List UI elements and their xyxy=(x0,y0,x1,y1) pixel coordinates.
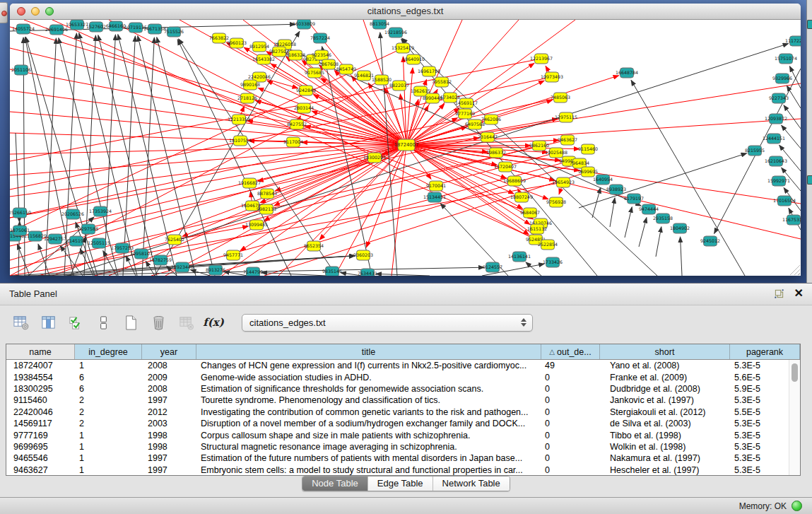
close-window-button[interactable] xyxy=(17,7,25,16)
network-node[interactable]: 2522854 xyxy=(538,240,558,250)
network-node[interactable]: 9124557 xyxy=(483,262,502,272)
network-node[interactable]: 2935158 xyxy=(653,214,673,223)
network-node[interactable]: 15992971 xyxy=(767,176,790,186)
network-node[interactable]: 7515526 xyxy=(164,27,184,37)
table-row[interactable]: 911546021997Tourette syndrome. Phenomeno… xyxy=(6,395,800,406)
table-row[interactable]: 969969511998Structural magnetic resonanc… xyxy=(6,441,800,452)
table-row[interactable]: 2242004622012Investigating the contribut… xyxy=(6,407,800,418)
table-row[interactable]: 1830029562008Estimation of significance … xyxy=(6,383,800,395)
network-node[interactable]: 12093872 xyxy=(765,114,787,124)
network-node[interactable]: 9170041 xyxy=(426,181,446,191)
network-node[interactable]: 10688609 xyxy=(503,176,526,186)
network-node[interactable]: 16210643 xyxy=(765,156,787,166)
network-node[interactable]: 16543382 xyxy=(252,54,275,64)
network-node[interactable]: 7625402 xyxy=(165,235,184,245)
network-node[interactable]: 9756928 xyxy=(546,197,566,207)
network-node[interactable]: 9297588 xyxy=(78,224,98,234)
network-node[interactable]: 17353924 xyxy=(89,206,112,216)
network-node[interactable]: 9227343 xyxy=(769,93,789,103)
network-node[interactable]: 8960123 xyxy=(227,38,247,48)
network-node[interactable]: 8427552 xyxy=(287,119,307,129)
network-node[interactable]: 9329966 xyxy=(772,74,792,83)
network-node[interactable]: 9360203 xyxy=(353,250,373,260)
background-close-button[interactable] xyxy=(1,11,7,16)
network-node[interactable]: 8186328 xyxy=(286,50,305,60)
network-node[interactable]: 8652354 xyxy=(304,241,324,251)
table-scrollbar[interactable] xyxy=(789,360,800,475)
table-row[interactable]: 946554611997Estimation of the future num… xyxy=(6,452,800,464)
network-canvas[interactable]: 7663822896012389129541654338218226058982… xyxy=(10,20,801,276)
network-node[interactable]: 9245012 xyxy=(700,236,720,246)
network-node[interactable]: 16033809 xyxy=(293,20,315,29)
network-node[interactable]: 2718126 xyxy=(237,93,257,103)
network-node[interactable]: 7663822 xyxy=(209,33,229,43)
network-node[interactable]: 15134451 xyxy=(423,192,446,202)
network-node[interactable]: 14136141 xyxy=(508,252,531,262)
network-node[interactable]: 1145194 xyxy=(66,236,86,246)
network-window-titlebar[interactable]: citations_edges.txt xyxy=(10,4,801,20)
table-scrollbar-thumb[interactable] xyxy=(792,363,798,382)
network-node[interactable]: 8990448 xyxy=(423,93,442,103)
network-node[interactable]: 9463627 xyxy=(558,135,577,145)
network-node[interactable]: 10653327 xyxy=(66,20,88,30)
network-node[interactable]: 9982133 xyxy=(257,204,276,214)
network-node[interactable]: 15751074 xyxy=(775,54,797,64)
tab-network-table[interactable]: Network Table xyxy=(433,477,510,491)
function-builder-icon[interactable]: f(x) xyxy=(204,313,223,332)
network-node[interactable]: 12975115 xyxy=(555,112,577,122)
network-node[interactable]: 9457771 xyxy=(223,250,243,260)
table-row[interactable]: 946362711997Embryonic stem cells: a mode… xyxy=(6,465,800,475)
row-height-icon[interactable] xyxy=(94,313,112,332)
network-node[interactable]: 7485063 xyxy=(551,93,570,103)
table-row[interactable]: 1456911722003Disruption of a novel membe… xyxy=(6,418,800,429)
network-node[interactable]: 19654923 xyxy=(552,177,575,187)
network-node[interactable]: 8454749 xyxy=(336,64,356,74)
network-node[interactable]: 16648784 xyxy=(616,68,638,78)
network-node[interactable]: 19218596 xyxy=(384,28,407,37)
table-selector[interactable]: citations_edges.txt xyxy=(242,314,533,332)
close-panel-icon[interactable]: ✕ xyxy=(794,288,804,299)
network-node[interactable]: 7986372 xyxy=(486,148,506,158)
show-columns-icon[interactable] xyxy=(39,313,57,332)
network-node[interactable]: 8215955 xyxy=(745,146,765,156)
network-node[interactable]: 8878543 xyxy=(257,189,277,199)
column-header-in_degree[interactable]: in_degree xyxy=(75,344,142,359)
table-row[interactable]: 1872400712008Changes of HCN gene express… xyxy=(6,360,800,371)
network-node[interactable]: 9862160 xyxy=(529,141,549,151)
network-node[interactable]: 8822037 xyxy=(389,81,409,90)
network-node[interactable]: 8912954 xyxy=(249,42,269,52)
table-row[interactable]: 1938455462009Genome-wide association stu… xyxy=(6,371,800,382)
network-node[interactable]: 6179197 xyxy=(624,194,644,204)
network-node[interactable]: 19166827 xyxy=(238,178,261,188)
select-rows-icon[interactable] xyxy=(66,313,85,332)
network-node[interactable]: 20206526 xyxy=(61,209,84,219)
network-node[interactable]: 9175685 xyxy=(305,68,324,78)
network-node[interactable]: 2051106 xyxy=(11,65,31,75)
network-node[interactable]: 1615132 xyxy=(527,224,547,234)
zoom-window-button[interactable] xyxy=(45,7,54,16)
delete-icon[interactable] xyxy=(149,313,167,332)
network-node[interactable]: 20691406 xyxy=(45,25,68,35)
network-node[interactable]: 7955812 xyxy=(432,77,452,87)
network-node[interactable]: 17016504 xyxy=(773,196,796,206)
network-node[interactable]: 1640954 xyxy=(593,175,613,185)
column-header-pagerank[interactable]: pagerank xyxy=(730,344,800,359)
network-node[interactable]: 1804902 xyxy=(670,223,690,233)
float-panel-icon[interactable] xyxy=(774,288,784,299)
network-node[interactable]: 12213967 xyxy=(530,54,553,64)
network-node[interactable]: 9890168 xyxy=(240,80,260,90)
network-node[interactable]: 9777169 xyxy=(455,109,475,119)
network-node[interactable]: 2867608 xyxy=(319,59,339,69)
network-node[interactable]: 9684067 xyxy=(520,208,540,218)
table-row[interactable]: 977716911998Corpus callosum shape and si… xyxy=(6,429,800,440)
new-file-icon[interactable] xyxy=(122,313,140,332)
network-graph[interactable]: 7663822896012389129541654338218226058982… xyxy=(10,20,801,276)
network-node[interactable]: 1588520 xyxy=(372,75,392,85)
column-header-year[interactable]: year xyxy=(142,344,196,359)
network-node[interactable]: 6497568 xyxy=(465,119,485,129)
network-node[interactable]: 2316447 xyxy=(478,132,498,142)
column-header-short[interactable]: short xyxy=(600,344,730,359)
network-node[interactable]: 8813054 xyxy=(370,20,389,29)
network-node[interactable]: 1875061 xyxy=(10,226,30,235)
column-header-out_degree[interactable]: △out_de... xyxy=(541,344,600,359)
